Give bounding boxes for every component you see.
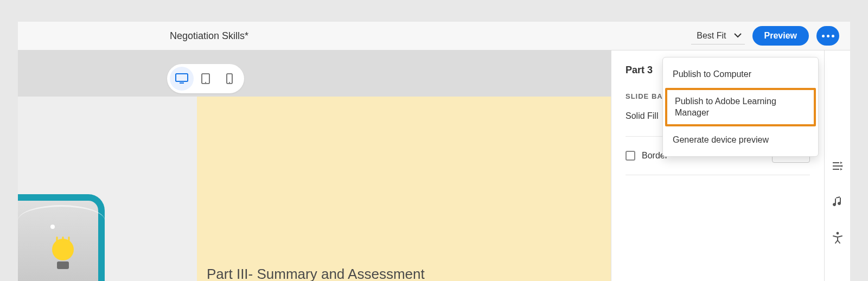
app-window: Negotiation Skills* Best Fit Preview: [18, 22, 850, 281]
mobile-icon: [226, 73, 233, 84]
header-bar: Negotiation Skills* Best Fit Preview: [18, 22, 850, 50]
zoom-label: Best Fit: [697, 31, 726, 41]
border-checkbox[interactable]: [626, 151, 635, 161]
accessibility-rail-button[interactable]: [828, 228, 847, 247]
svg-point-6: [836, 232, 839, 235]
publish-to-alm-item[interactable]: Publish to Adobe Learning Manager: [665, 88, 816, 126]
svg-rect-1: [180, 82, 184, 84]
accessibility-icon: [832, 232, 843, 244]
slide-background-image: [18, 97, 197, 281]
desktop-icon: [175, 73, 188, 84]
device-mobile-button[interactable]: [218, 67, 241, 91]
device-desktop-button[interactable]: [170, 67, 194, 91]
lightbulb-icon: [49, 239, 76, 271]
chevron-down-icon: [734, 33, 742, 38]
canvas-area: Part III- Summary and Assessment: [18, 50, 611, 281]
device-switcher: [167, 64, 244, 93]
project-title: Negotiation Skills*: [170, 30, 248, 42]
slide-canvas[interactable]: Part III- Summary and Assessment: [18, 97, 611, 281]
svg-point-5: [229, 82, 230, 83]
publish-popup-menu: Publish to Computer Publish to Adobe Lea…: [662, 57, 819, 157]
decorative-shape: [18, 194, 105, 281]
more-icon: [822, 35, 834, 37]
zoom-select[interactable]: Best Fit: [691, 28, 744, 44]
animation-icon: [832, 161, 844, 171]
preview-button-label: Preview: [764, 31, 797, 41]
tablet-icon: [201, 73, 210, 84]
preview-button[interactable]: Preview: [752, 26, 809, 46]
fill-type-label: Solid Fill: [626, 111, 658, 121]
generate-device-preview-item[interactable]: Generate device preview: [663, 126, 818, 154]
more-menu-button[interactable]: [816, 26, 839, 46]
animation-rail-button[interactable]: [828, 156, 847, 176]
svg-rect-0: [176, 74, 188, 81]
svg-point-3: [205, 82, 206, 83]
slide-title-text[interactable]: Part III- Summary and Assessment: [207, 266, 425, 281]
publish-to-computer-item[interactable]: Publish to Computer: [663, 61, 818, 88]
audio-rail-button[interactable]: [828, 192, 847, 212]
music-note-icon: [832, 196, 843, 208]
device-tablet-button[interactable]: [194, 67, 218, 91]
side-rail: [824, 50, 850, 281]
